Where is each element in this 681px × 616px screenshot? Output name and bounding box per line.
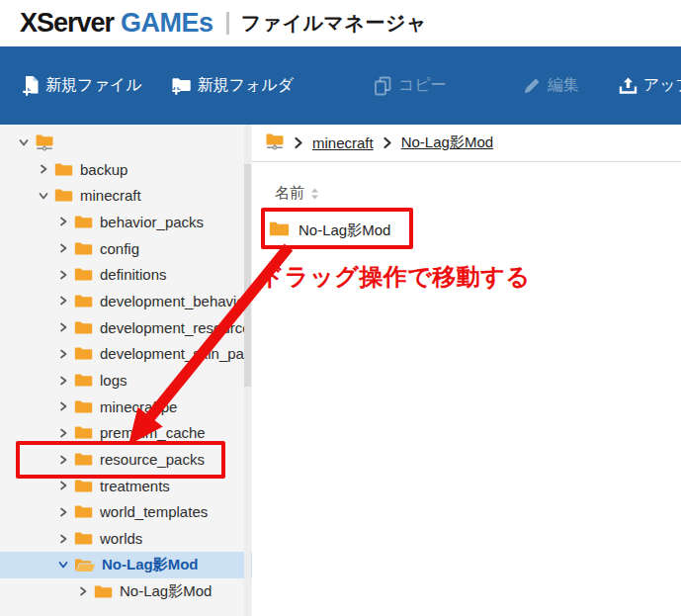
content-area: backupminecraftbehavior_packsconfigdefin…: [0, 125, 681, 616]
chevron-right-icon[interactable]: [57, 375, 69, 387]
folder-icon: [74, 346, 93, 361]
upload-button[interactable]: アップロード: [619, 75, 681, 96]
toolbar-button-label: 新規フォルダ: [198, 75, 295, 96]
tree-item-label: development_skin_packs: [100, 345, 244, 362]
folder-icon: [74, 479, 93, 493]
upload-icon: [619, 76, 638, 96]
tree-item-root[interactable]: [0, 130, 252, 156]
breadcrumb-item-no-lag-mod[interactable]: No-Lag影Mod: [401, 133, 493, 152]
tree-item-label: logs: [100, 372, 244, 389]
chevron-right-icon[interactable]: [57, 295, 69, 307]
tree-item-logs[interactable]: logs: [0, 367, 252, 394]
tree-item-development_behavior_packs[interactable]: development_behavior_packs: [0, 288, 252, 314]
folder-icon: [74, 399, 93, 414]
chevron-right-icon[interactable]: [57, 216, 69, 227]
tree-item-worlds[interactable]: worlds: [0, 525, 252, 552]
chevron-right-icon[interactable]: [57, 321, 69, 333]
tree-item-label: minecraft: [80, 187, 244, 204]
folder-icon: [74, 215, 93, 229]
tree-item-label: No-Lag影Mod: [120, 582, 244, 601]
chevron-down-icon[interactable]: [57, 559, 69, 571]
file-plus-icon: [22, 75, 40, 96]
folder-icon: [74, 241, 93, 256]
folder-icon: [269, 220, 290, 241]
folder-icon: [74, 267, 93, 282]
tree-item-label: resource_packs: [100, 451, 244, 468]
tree-item-treatments[interactable]: treatments: [0, 473, 252, 499]
tree-item-label: definitions: [100, 266, 244, 283]
chevron-right-icon[interactable]: [57, 269, 69, 281]
chevron-right-icon[interactable]: [38, 163, 49, 175]
tree-item-label: treatments: [100, 478, 244, 494]
root-folder-icon: [265, 132, 285, 155]
toolbar: 新規ファイル新規フォルダコピー編集アップロード: [0, 46, 681, 125]
toolbar-button-label: 新規ファイル: [45, 75, 142, 96]
tree-item-development_skin_packs[interactable]: development_skin_packs: [0, 341, 252, 368]
tree-item-backup[interactable]: backup: [0, 156, 252, 183]
breadcrumb-item-minecraft[interactable]: minecraft: [312, 134, 374, 151]
toolbar-button-label: コピー: [398, 75, 447, 96]
list-header: 名前: [275, 184, 681, 203]
header-divider: [226, 12, 229, 35]
sidebar: backupminecraftbehavior_packsconfigdefin…: [0, 125, 252, 616]
chevron-right-icon[interactable]: [57, 242, 69, 254]
chevron-right-icon[interactable]: [57, 348, 69, 360]
tree-item-No-Lag影Mod[interactable]: No-Lag影Mod: [0, 552, 252, 578]
tree-item-label: development_resource_packs: [100, 319, 244, 336]
tree-item-minecraftpe[interactable]: minecraftpe: [0, 394, 252, 420]
chevron-right-icon[interactable]: [57, 454, 69, 466]
app-header: XServer GAMEs ファイルマネージャ: [0, 0, 681, 46]
app-title: ファイルマネージャ: [241, 10, 427, 37]
tree-item-label: minecraftpe: [100, 398, 244, 415]
file-list-item[interactable]: No-Lag影Mod: [269, 217, 681, 244]
chevron-right-icon[interactable]: [57, 400, 69, 412]
open-folder-icon: [74, 558, 95, 572]
folder-icon: [74, 504, 93, 519]
chevron-right-icon: [294, 136, 303, 149]
tree-item-label: config: [100, 240, 244, 257]
tree-item-label: worlds: [100, 530, 244, 547]
new-folder-button[interactable]: 新規フォルダ: [171, 75, 295, 96]
tree-item-minecraft[interactable]: minecraft: [0, 182, 252, 209]
folder-icon: [54, 162, 73, 177]
folder-tree: backupminecraftbehavior_packsconfigdefin…: [0, 125, 252, 604]
root-folder-icon: [35, 132, 54, 152]
file-manager-window: XServer GAMEs ファイルマネージャ 新規ファイル新規フォルダコピー編…: [0, 0, 681, 616]
chevron-right-icon: [383, 136, 392, 149]
tree-item-premium_cache[interactable]: premium_cache: [0, 420, 252, 447]
tree-item-label: world_templates: [100, 503, 244, 520]
tree-item-No-Lag影Mod[interactable]: No-Lag影Mod: [0, 578, 252, 605]
folder-icon: [54, 188, 73, 203]
sort-icon[interactable]: [310, 188, 319, 200]
folder-icon: [74, 531, 93, 546]
tree-item-config[interactable]: config: [0, 235, 252, 262]
chevron-down-icon[interactable]: [38, 190, 49, 202]
tree-item-label: backup: [80, 161, 244, 178]
tree-item-label: No-Lag影Mod: [102, 556, 244, 574]
chevron-right-icon[interactable]: [57, 427, 69, 439]
sidebar-scrollbar-thumb[interactable]: [244, 164, 251, 387]
brand-logo-xserver: XServer: [20, 8, 114, 39]
folder-icon: [74, 294, 93, 308]
folder-icon: [74, 373, 93, 388]
chevron-down-icon[interactable]: [18, 136, 30, 148]
breadcrumb-root-folder[interactable]: [265, 132, 285, 155]
column-header-name[interactable]: 名前: [275, 184, 304, 203]
tree-item-behavior_packs[interactable]: behavior_packs: [0, 209, 252, 235]
file-name: No-Lag影Mod: [298, 221, 390, 240]
chevron-right-icon[interactable]: [57, 533, 69, 545]
chevron-right-icon[interactable]: [57, 480, 69, 491]
chevron-right-icon[interactable]: [57, 506, 69, 518]
tree-item-definitions[interactable]: definitions: [0, 261, 252, 288]
folder-icon: [94, 584, 113, 599]
brand-logo-games: GAMEs: [121, 8, 213, 39]
pencil-icon: [523, 76, 542, 95]
folder-plus-icon: [171, 76, 192, 95]
tree-item-resource_packs[interactable]: resource_packs: [0, 446, 252, 473]
new-file-button[interactable]: 新規ファイル: [22, 75, 142, 96]
chevron-right-icon[interactable]: [77, 585, 89, 597]
tree-item-world_templates[interactable]: world_templates: [0, 499, 252, 526]
edit-button: 編集: [523, 75, 579, 96]
main-panel: minecraft No-Lag影Mod 名前 No-Lag影Mod: [252, 125, 681, 616]
tree-item-development_resource_packs[interactable]: development_resource_packs: [0, 314, 252, 341]
